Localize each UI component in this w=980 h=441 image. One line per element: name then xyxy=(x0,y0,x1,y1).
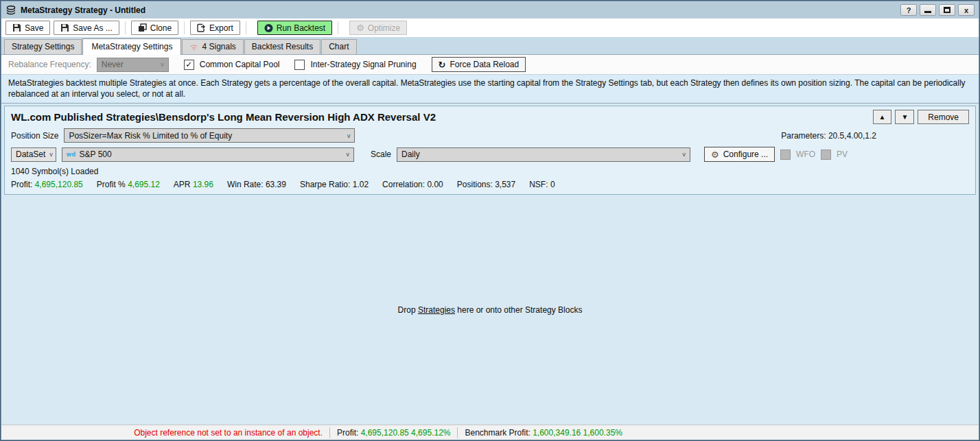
save-as-button[interactable]: Save As ... xyxy=(54,21,119,35)
wfo-checkbox xyxy=(780,150,791,160)
optimize-label: Optimize xyxy=(368,23,400,33)
tab-label: Chart xyxy=(329,42,349,51)
stat-nsf: NSF: 0 xyxy=(529,180,555,189)
symbols-loaded-text: 1040 Symbol(s) Loaded xyxy=(5,164,975,177)
app-layers-icon xyxy=(5,5,16,16)
dataset-row: DataSet v wd S&P 500 v Scale Daily v ⚙ C xyxy=(5,145,975,164)
scale-select[interactable]: Daily v xyxy=(397,147,690,162)
dataset-value: S&P 500 xyxy=(80,150,112,159)
stat-profit-pct: Profit % 4,695.12 xyxy=(97,180,160,189)
common-capital-pool-checkbox[interactable]: ✓ xyxy=(184,60,194,70)
signals-icon xyxy=(189,43,198,51)
tab-label: Backtest Results xyxy=(252,42,313,51)
pv-label: PV xyxy=(837,150,848,159)
tab-backtest-results[interactable]: Backtest Results xyxy=(244,39,320,54)
save-icon xyxy=(12,23,21,32)
stat-positions: Positions: 3,537 xyxy=(457,180,515,189)
export-label: Export xyxy=(209,23,233,33)
drop-hint-text: Drop Strategies here or onto other Strat… xyxy=(398,305,583,315)
chevron-down-icon: v xyxy=(45,151,53,158)
tab-chart[interactable]: Chart xyxy=(321,39,356,54)
rebalance-frequency-select: Never v xyxy=(97,58,169,72)
toolbar-separator xyxy=(184,21,185,34)
optimize-gear-icon: ⚙ xyxy=(356,23,364,32)
scale-value: Daily xyxy=(401,150,420,159)
clone-button[interactable]: Clone xyxy=(131,21,178,35)
force-data-reload-button[interactable]: ↻ Force Data Reload xyxy=(432,57,526,72)
close-button[interactable]: x xyxy=(958,4,975,16)
rebalance-frequency-label: Rebalance Frequency: xyxy=(8,60,91,69)
minimize-button[interactable] xyxy=(920,4,936,16)
wfo-label: WFO xyxy=(796,150,815,159)
reload-icon: ↻ xyxy=(439,60,446,70)
stat-correlation: Correlation: 0.00 xyxy=(382,180,443,189)
tab-label: MetaStrategy Settings xyxy=(91,42,172,51)
stat-profit: Profit: 4,695,120.85 xyxy=(11,180,83,189)
tab-metastrategy-settings[interactable]: MetaStrategy Settings xyxy=(82,38,181,55)
signal-pruning-checkbox[interactable] xyxy=(294,60,305,70)
run-backtest-label: Run Backtest xyxy=(277,23,325,33)
app-window: MetaStrategy Strategy - Untitled ? x Sav… xyxy=(0,0,980,441)
title-bar: MetaStrategy Strategy - Untitled ? x xyxy=(1,1,979,19)
maximize-button[interactable] xyxy=(939,4,955,16)
position-size-label: Position Size xyxy=(11,131,58,141)
configure-gear-icon: ⚙ xyxy=(711,150,719,159)
tab-label: Strategy Settings xyxy=(12,42,74,51)
tab-strip: Strategy Settings MetaStrategy Settings … xyxy=(1,37,979,55)
strategy-drop-zone[interactable]: Drop Strategies here or onto other Strat… xyxy=(1,195,979,425)
maximize-icon xyxy=(944,7,950,13)
stat-apr: APR 13.96 xyxy=(174,180,213,189)
save-label: Save xyxy=(25,23,43,33)
tab-label: 4 Signals xyxy=(202,42,235,51)
strategy-title: WL.com Published Strategies\Bensdorp's L… xyxy=(11,111,436,123)
strategy-block[interactable]: WL.com Published Strategies\Bensdorp's L… xyxy=(4,106,976,195)
dataset-menu-button[interactable]: DataSet v xyxy=(11,147,56,162)
toolbar-separator xyxy=(246,21,246,34)
strategy-block-header: WL.com Published Strategies\Bensdorp's L… xyxy=(5,106,975,126)
status-benchmark-profit: Benchmark Profit: 1,600,349.16 1,600.35% xyxy=(458,428,629,438)
save-as-label: Save As ... xyxy=(73,23,112,33)
strategies-panel: WL.com Published Strategies\Bensdorp's L… xyxy=(1,104,979,425)
clone-label: Clone xyxy=(150,23,172,33)
signal-pruning-label: Inter-Strategy Signal Pruning xyxy=(310,60,416,69)
help-button[interactable]: ? xyxy=(900,4,917,16)
chevron-down-icon: v xyxy=(679,151,686,158)
up-arrow-icon: ▲ xyxy=(879,113,886,121)
export-button[interactable]: Export xyxy=(190,21,240,35)
position-size-select[interactable]: PosSizer=Max Risk % Limited to % of Equi… xyxy=(64,128,355,143)
common-capital-pool-label: Common Capital Pool xyxy=(200,60,280,69)
run-backtest-button[interactable]: Run Backtest xyxy=(257,21,332,35)
stat-sharpe: Sharpe Ratio: 1.02 xyxy=(300,180,369,189)
chevron-down-icon: v xyxy=(343,132,351,139)
status-profit: Profit: 4,695,120.85 4,695.12% xyxy=(330,428,457,438)
move-up-button[interactable]: ▲ xyxy=(873,110,892,124)
settings-bar: Rebalance Frequency: Never v ✓ Common Ca… xyxy=(1,55,979,75)
tab-strategy-settings[interactable]: Strategy Settings xyxy=(4,39,82,54)
parameters-text: Parameters: 20.5,4.00,1.2 xyxy=(781,131,876,141)
configure-button[interactable]: ⚙ Configure ... xyxy=(704,147,775,162)
toolbar-separator xyxy=(125,21,126,34)
dataset-select[interactable]: wd S&P 500 v xyxy=(62,147,354,162)
export-icon xyxy=(197,23,206,32)
scale-label: Scale xyxy=(371,150,391,159)
configure-label: Configure ... xyxy=(723,150,768,159)
strategies-link[interactable]: Strategies xyxy=(418,305,455,315)
toolbar-separator xyxy=(338,21,338,34)
metastrategy-description: MetaStrategies backtest multiple Strateg… xyxy=(1,75,979,104)
dataset-label: DataSet xyxy=(16,150,45,159)
main-toolbar: Save Save As ... Clone Export xyxy=(1,19,979,37)
rebalance-frequency-value: Never xyxy=(102,60,124,69)
move-down-button[interactable]: ▼ xyxy=(895,110,914,124)
stat-win-rate: Win Rate: 63.39 xyxy=(227,180,286,189)
tab-signals[interactable]: 4 Signals xyxy=(182,39,243,54)
position-size-value: PosSizer=Max Risk % Limited to % of Equi… xyxy=(69,131,232,141)
remove-button[interactable]: Remove xyxy=(918,110,969,124)
chevron-down-icon: v xyxy=(156,61,164,68)
pv-checkbox xyxy=(821,150,831,160)
save-as-icon xyxy=(60,23,69,32)
force-data-reload-label: Force Data Reload xyxy=(450,60,519,69)
clone-icon xyxy=(138,23,147,32)
save-button[interactable]: Save xyxy=(5,21,50,35)
chevron-down-icon: v xyxy=(342,151,350,158)
position-size-row: Position Size PosSizer=Max Risk % Limite… xyxy=(5,126,975,145)
